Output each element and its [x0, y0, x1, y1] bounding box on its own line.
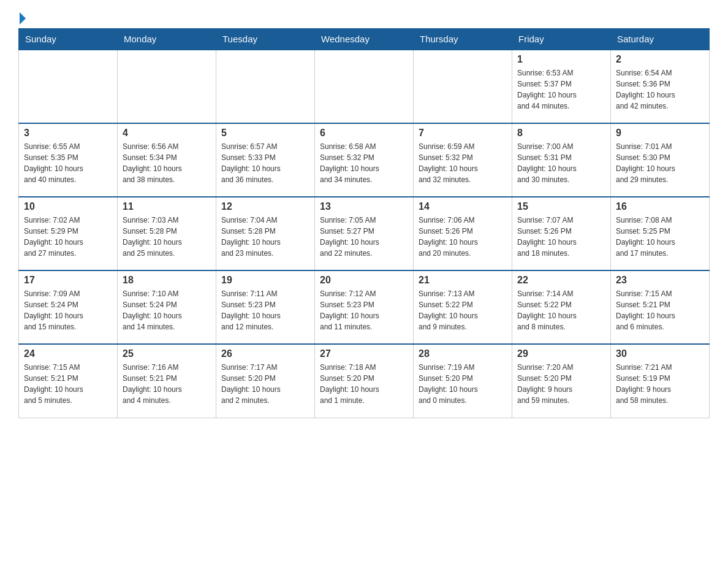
calendar-cell: 7Sunrise: 6:59 AM Sunset: 5:32 PM Daylig…	[414, 123, 512, 197]
day-number: 25	[123, 348, 211, 359]
calendar-cell: 6Sunrise: 6:58 AM Sunset: 5:32 PM Daylig…	[315, 123, 414, 197]
day-info: Sunrise: 6:59 AM Sunset: 5:32 PM Dayligh…	[419, 141, 507, 185]
weekday-header-row: SundayMondayTuesdayWednesdayThursdayFrid…	[19, 29, 710, 50]
week-row-3: 10Sunrise: 7:02 AM Sunset: 5:29 PM Dayli…	[19, 197, 710, 270]
day-info: Sunrise: 7:03 AM Sunset: 5:28 PM Dayligh…	[123, 215, 211, 259]
day-number: 29	[517, 348, 605, 359]
day-info: Sunrise: 7:01 AM Sunset: 5:30 PM Dayligh…	[616, 141, 704, 185]
calendar-cell: 2Sunrise: 6:54 AM Sunset: 5:36 PM Daylig…	[611, 50, 710, 123]
day-number: 19	[221, 275, 309, 286]
day-number: 14	[419, 201, 507, 212]
day-info: Sunrise: 7:15 AM Sunset: 5:21 PM Dayligh…	[616, 288, 704, 332]
weekday-header-tuesday: Tuesday	[216, 29, 315, 50]
day-number: 12	[221, 201, 309, 212]
day-info: Sunrise: 7:02 AM Sunset: 5:29 PM Dayligh…	[24, 215, 112, 259]
day-number: 20	[320, 275, 408, 286]
day-number: 18	[123, 275, 211, 286]
day-number: 30	[616, 348, 704, 359]
calendar-cell: 28Sunrise: 7:19 AM Sunset: 5:20 PM Dayli…	[414, 344, 512, 418]
day-number: 2	[616, 54, 704, 65]
day-info: Sunrise: 7:13 AM Sunset: 5:22 PM Dayligh…	[419, 288, 507, 332]
calendar-cell: 19Sunrise: 7:11 AM Sunset: 5:23 PM Dayli…	[216, 270, 315, 344]
calendar-cell: 30Sunrise: 7:21 AM Sunset: 5:19 PM Dayli…	[611, 344, 710, 418]
day-info: Sunrise: 7:19 AM Sunset: 5:20 PM Dayligh…	[419, 362, 507, 406]
day-number: 15	[517, 201, 605, 212]
day-info: Sunrise: 7:17 AM Sunset: 5:20 PM Dayligh…	[221, 362, 309, 406]
calendar-cell: 21Sunrise: 7:13 AM Sunset: 5:22 PM Dayli…	[414, 270, 512, 344]
calendar-cell: 4Sunrise: 6:56 AM Sunset: 5:34 PM Daylig…	[118, 123, 216, 197]
day-number: 3	[24, 128, 112, 139]
day-number: 28	[419, 348, 507, 359]
weekday-header-thursday: Thursday	[414, 29, 512, 50]
day-info: Sunrise: 7:10 AM Sunset: 5:24 PM Dayligh…	[123, 288, 211, 332]
calendar-cell: 12Sunrise: 7:04 AM Sunset: 5:28 PM Dayli…	[216, 197, 315, 270]
day-number: 4	[123, 128, 211, 139]
logo	[18, 12, 26, 22]
weekday-header-wednesday: Wednesday	[315, 29, 414, 50]
weekday-header-saturday: Saturday	[611, 29, 710, 50]
calendar-cell	[118, 50, 216, 123]
day-number: 5	[221, 128, 309, 139]
day-info: Sunrise: 7:16 AM Sunset: 5:21 PM Dayligh…	[123, 362, 211, 406]
day-info: Sunrise: 6:57 AM Sunset: 5:33 PM Dayligh…	[221, 141, 309, 185]
calendar-cell: 10Sunrise: 7:02 AM Sunset: 5:29 PM Dayli…	[19, 197, 118, 270]
day-number: 7	[419, 128, 507, 139]
week-row-2: 3Sunrise: 6:55 AM Sunset: 5:35 PM Daylig…	[19, 123, 710, 197]
calendar-cell	[414, 50, 512, 123]
day-info: Sunrise: 7:04 AM Sunset: 5:28 PM Dayligh…	[221, 215, 309, 259]
day-info: Sunrise: 7:15 AM Sunset: 5:21 PM Dayligh…	[24, 362, 112, 406]
calendar-cell: 23Sunrise: 7:15 AM Sunset: 5:21 PM Dayli…	[611, 270, 710, 344]
calendar-cell: 11Sunrise: 7:03 AM Sunset: 5:28 PM Dayli…	[118, 197, 216, 270]
calendar-cell: 5Sunrise: 6:57 AM Sunset: 5:33 PM Daylig…	[216, 123, 315, 197]
day-number: 24	[24, 348, 112, 359]
day-number: 16	[616, 201, 704, 212]
day-info: Sunrise: 7:00 AM Sunset: 5:31 PM Dayligh…	[517, 141, 605, 185]
day-info: Sunrise: 6:54 AM Sunset: 5:36 PM Dayligh…	[616, 67, 704, 112]
day-number: 27	[320, 348, 408, 359]
day-number: 10	[24, 201, 112, 212]
day-number: 23	[616, 275, 704, 286]
week-row-1: 1Sunrise: 6:53 AM Sunset: 5:37 PM Daylig…	[19, 50, 710, 123]
calendar-cell: 17Sunrise: 7:09 AM Sunset: 5:24 PM Dayli…	[19, 270, 118, 344]
day-info: Sunrise: 7:07 AM Sunset: 5:26 PM Dayligh…	[517, 215, 605, 259]
day-info: Sunrise: 6:58 AM Sunset: 5:32 PM Dayligh…	[320, 141, 408, 185]
week-row-5: 24Sunrise: 7:15 AM Sunset: 5:21 PM Dayli…	[19, 344, 710, 418]
day-number: 6	[320, 128, 408, 139]
day-info: Sunrise: 7:12 AM Sunset: 5:23 PM Dayligh…	[320, 288, 408, 332]
calendar-cell: 24Sunrise: 7:15 AM Sunset: 5:21 PM Dayli…	[19, 344, 118, 418]
day-info: Sunrise: 7:08 AM Sunset: 5:25 PM Dayligh…	[616, 215, 704, 259]
day-number: 21	[419, 275, 507, 286]
logo-text	[18, 12, 26, 25]
calendar-cell: 3Sunrise: 6:55 AM Sunset: 5:35 PM Daylig…	[19, 123, 118, 197]
calendar-cell: 26Sunrise: 7:17 AM Sunset: 5:20 PM Dayli…	[216, 344, 315, 418]
calendar-cell: 27Sunrise: 7:18 AM Sunset: 5:20 PM Dayli…	[315, 344, 414, 418]
day-info: Sunrise: 6:53 AM Sunset: 5:37 PM Dayligh…	[517, 67, 605, 112]
day-number: 26	[221, 348, 309, 359]
day-number: 11	[123, 201, 211, 212]
day-number: 9	[616, 128, 704, 139]
page-header	[18, 12, 710, 22]
calendar-cell: 13Sunrise: 7:05 AM Sunset: 5:27 PM Dayli…	[315, 197, 414, 270]
day-info: Sunrise: 7:11 AM Sunset: 5:23 PM Dayligh…	[221, 288, 309, 332]
day-info: Sunrise: 7:14 AM Sunset: 5:22 PM Dayligh…	[517, 288, 605, 332]
day-info: Sunrise: 7:20 AM Sunset: 5:20 PM Dayligh…	[517, 362, 605, 406]
calendar-cell: 20Sunrise: 7:12 AM Sunset: 5:23 PM Dayli…	[315, 270, 414, 344]
calendar-cell	[19, 50, 118, 123]
day-number: 17	[24, 275, 112, 286]
day-info: Sunrise: 7:21 AM Sunset: 5:19 PM Dayligh…	[616, 362, 704, 406]
day-info: Sunrise: 6:56 AM Sunset: 5:34 PM Dayligh…	[123, 141, 211, 185]
calendar-cell: 29Sunrise: 7:20 AM Sunset: 5:20 PM Dayli…	[512, 344, 611, 418]
day-number: 1	[517, 54, 605, 65]
logo-arrow-icon	[20, 12, 26, 25]
week-row-4: 17Sunrise: 7:09 AM Sunset: 5:24 PM Dayli…	[19, 270, 710, 344]
weekday-header-friday: Friday	[512, 29, 611, 50]
day-number: 22	[517, 275, 605, 286]
calendar-cell	[315, 50, 414, 123]
calendar-cell: 22Sunrise: 7:14 AM Sunset: 5:22 PM Dayli…	[512, 270, 611, 344]
calendar: SundayMondayTuesdayWednesdayThursdayFrid…	[18, 28, 710, 418]
calendar-cell	[216, 50, 315, 123]
calendar-cell: 25Sunrise: 7:16 AM Sunset: 5:21 PM Dayli…	[118, 344, 216, 418]
calendar-cell: 8Sunrise: 7:00 AM Sunset: 5:31 PM Daylig…	[512, 123, 611, 197]
day-info: Sunrise: 7:09 AM Sunset: 5:24 PM Dayligh…	[24, 288, 112, 332]
day-info: Sunrise: 7:18 AM Sunset: 5:20 PM Dayligh…	[320, 362, 408, 406]
